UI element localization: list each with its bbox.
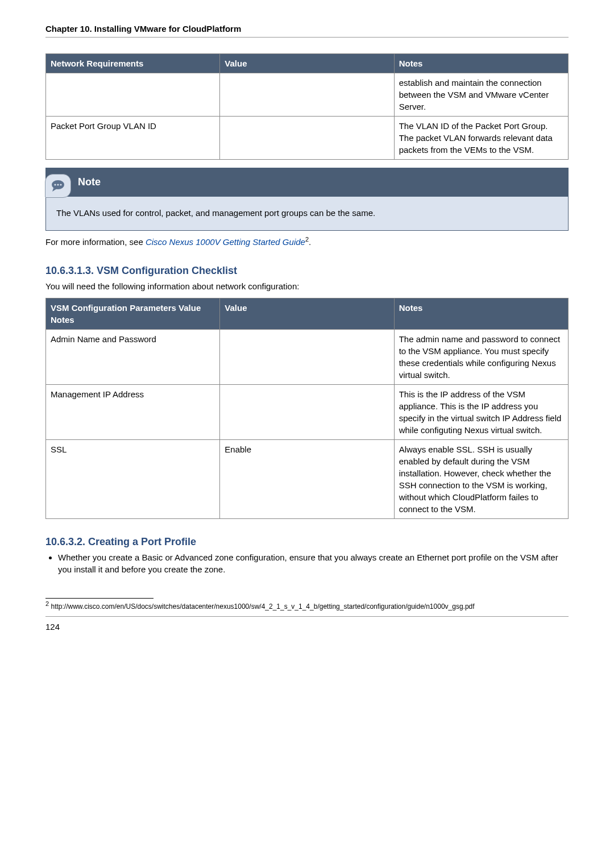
cell-value xyxy=(220,73,394,117)
th-vsm-config: VSM Configuration Parameters Value Notes xyxy=(46,298,220,330)
table-row: establish and maintain the connection be… xyxy=(46,73,569,117)
section-heading-vsm-checklist: 10.6.3.1.3. VSM Configuration Checklist xyxy=(45,264,569,278)
svg-point-2 xyxy=(57,184,59,185)
port-profile-bullets: Whether you create a Basic or Advanced z… xyxy=(45,551,569,575)
speech-bubble-icon xyxy=(45,174,71,198)
cell-value xyxy=(220,385,394,440)
section-heading-port-profile: 10.6.3.2. Creating a Port Profile xyxy=(45,535,569,549)
th-notes: Notes xyxy=(394,54,568,73)
th-value: Value xyxy=(220,54,394,73)
more-info-suffix: . xyxy=(309,237,311,247)
more-info-prefix: For more information, see xyxy=(45,237,146,247)
page-footer-rule xyxy=(45,616,569,617)
cell-notes: The admin name and password to connect t… xyxy=(394,330,568,385)
table-row: Management IP Address This is the IP add… xyxy=(46,385,569,440)
table-row: Packet Port Group VLAN ID The VLAN ID of… xyxy=(46,117,569,160)
th-value: Value xyxy=(220,298,394,330)
svg-point-3 xyxy=(60,184,61,185)
table-header-row: Network Requirements Value Notes xyxy=(46,54,569,73)
cell-notes: The VLAN ID of the Packet Port Group. Th… xyxy=(394,117,568,160)
cell-req xyxy=(46,73,220,117)
svg-point-1 xyxy=(54,184,56,185)
footnote: 2 http://www.cisco.com/en/US/docs/switch… xyxy=(45,600,569,612)
note-body: The VLANs used for control, packet, and … xyxy=(46,197,568,222)
more-info-paragraph: For more information, see Cisco Nexus 10… xyxy=(45,235,569,248)
th-notes: Notes xyxy=(394,298,568,330)
cisco-guide-link[interactable]: Cisco Nexus 1000V Getting Started Guide xyxy=(146,237,305,247)
cell-notes: This is the IP address of the VSM applia… xyxy=(394,385,568,440)
chapter-header: Chapter 10. Installing VMware for CloudP… xyxy=(45,23,569,38)
footnote-rule xyxy=(45,598,154,599)
th-network-requirements: Network Requirements xyxy=(46,54,220,73)
page-number: 124 xyxy=(45,621,569,633)
network-requirements-table: Network Requirements Value Notes establi… xyxy=(45,53,569,160)
table-row: SSL Enable Always enable SSL. SSH is usu… xyxy=(46,440,569,519)
cell-param: Admin Name and Password xyxy=(46,330,220,385)
cell-notes: establish and maintain the connection be… xyxy=(394,73,568,117)
cell-req: Packet Port Group VLAN ID xyxy=(46,117,220,160)
note-title-bar: Note xyxy=(46,168,568,197)
cell-param: Management IP Address xyxy=(46,385,220,440)
list-item: Whether you create a Basic or Advanced z… xyxy=(58,551,569,575)
footnote-text: http://www.cisco.com/en/US/docs/switches… xyxy=(49,603,474,610)
cell-value: Enable xyxy=(220,440,394,519)
cell-value xyxy=(220,330,394,385)
section-intro: You will need the following information … xyxy=(45,280,569,292)
table-row: Admin Name and Password The admin name a… xyxy=(46,330,569,385)
cell-value xyxy=(220,117,394,160)
table-header-row: VSM Configuration Parameters Value Notes… xyxy=(46,298,569,330)
vsm-configuration-table: VSM Configuration Parameters Value Notes… xyxy=(45,298,569,519)
cell-param: SSL xyxy=(46,440,220,519)
note-callout: Note The VLANs used for control, packet,… xyxy=(45,168,569,231)
cell-notes: Always enable SSL. SSH is usually enable… xyxy=(394,440,568,519)
note-title: Note xyxy=(78,175,101,189)
